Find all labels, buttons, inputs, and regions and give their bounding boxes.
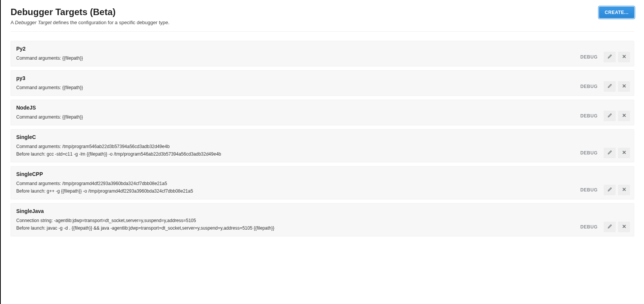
- page-description: A Debugger Target defines the configurat…: [11, 20, 169, 25]
- target-line: Command arguments: {{filepath}}: [16, 85, 629, 90]
- delete-button[interactable]: [618, 52, 630, 62]
- page-title: Debugger Targets (Beta): [11, 7, 169, 17]
- close-icon: [622, 224, 627, 230]
- edit-button[interactable]: [604, 111, 616, 121]
- target-card: NodeJSCommand arguments: {{filepath}}DEB…: [11, 100, 634, 125]
- target-name: Py2: [16, 46, 629, 52]
- target-card: py3Command arguments: {{filepath}}DEBUG: [11, 70, 634, 96]
- delete-button[interactable]: [618, 185, 630, 195]
- target-line: Before launch: javac -g -d . {{filepath}…: [16, 225, 629, 231]
- close-icon: [622, 113, 627, 119]
- edit-button[interactable]: [604, 52, 616, 62]
- target-card: Py2Command arguments: {{filepath}}DEBUG: [11, 41, 634, 66]
- target-line-label: Connection string:: [16, 218, 54, 223]
- target-line-label: Before launch:: [16, 151, 47, 157]
- pencil-icon: [607, 113, 612, 119]
- delete-button[interactable]: [618, 81, 630, 92]
- card-actions: DEBUG: [576, 81, 630, 92]
- create-button[interactable]: CREATE...: [599, 7, 634, 18]
- card-actions: DEBUG: [576, 222, 630, 232]
- target-name: py3: [16, 75, 629, 81]
- target-name: SingleJava: [16, 208, 629, 214]
- target-line: Command arguments: {{filepath}}: [16, 114, 629, 120]
- target-line-label: Command arguments:: [16, 144, 62, 149]
- target-line-value: g++ -g {{filepath}} -o /tmp/programd4df2…: [47, 188, 193, 194]
- close-icon: [622, 150, 627, 156]
- target-card: SingleCCommand arguments: /tmp/program54…: [11, 129, 634, 162]
- target-line-label: Command arguments:: [16, 114, 62, 120]
- delete-button[interactable]: [618, 111, 630, 121]
- target-name: SingleCPP: [16, 171, 629, 177]
- target-line: Before launch: g++ -g {{filepath}} -o /t…: [16, 188, 629, 194]
- target-line-value: gcc -std=c11 -g -lm {{filepath}} -o /tmp…: [47, 151, 221, 157]
- debug-button[interactable]: DEBUG: [576, 52, 601, 62]
- targets-list: Py2Command arguments: {{filepath}}DEBUGp…: [11, 41, 634, 236]
- target-line-value: -agentlib:jdwp=transport=dt_socket,serve…: [54, 218, 196, 223]
- edit-button[interactable]: [604, 148, 616, 158]
- pencil-icon: [607, 83, 612, 90]
- debug-button[interactable]: DEBUG: [576, 222, 601, 232]
- pencil-icon: [607, 54, 612, 60]
- desc-prefix: A: [11, 20, 15, 25]
- desc-suffix: defines the configuration for a specific…: [52, 20, 169, 25]
- edit-button[interactable]: [604, 185, 616, 195]
- target-card: SingleJavaConnection string: -agentlib:j…: [11, 203, 634, 236]
- debug-button[interactable]: DEBUG: [576, 82, 601, 91]
- debug-button[interactable]: DEBUG: [576, 185, 601, 195]
- close-icon: [622, 187, 627, 193]
- debug-button[interactable]: DEBUG: [576, 111, 601, 121]
- debug-button[interactable]: DEBUG: [576, 148, 601, 158]
- target-line-label: Command arguments:: [16, 56, 62, 61]
- target-line: Connection string: -agentlib:jdwp=transp…: [16, 218, 629, 223]
- target-line: Before launch: gcc -std=c11 -g -lm {{fil…: [16, 151, 629, 157]
- target-line-label: Before launch:: [16, 188, 47, 194]
- target-line: Command arguments: {{filepath}}: [16, 56, 629, 61]
- pencil-icon: [607, 224, 612, 230]
- target-line: Command arguments: /tmp/program546ab22d3…: [16, 144, 629, 149]
- target-line-value: javac -g -d . {{filepath}} && java -agen…: [47, 225, 274, 231]
- card-actions: DEBUG: [576, 185, 630, 195]
- target-line: Command arguments: /tmp/programd4df2293a…: [16, 181, 629, 186]
- pencil-icon: [607, 187, 612, 193]
- edit-button[interactable]: [604, 222, 616, 232]
- card-actions: DEBUG: [576, 148, 630, 158]
- target-line-label: Before launch:: [16, 225, 47, 231]
- target-line-value: /tmp/program546ab22d3b57394a56cd3adb32d4…: [62, 144, 169, 149]
- target-line-label: Command arguments:: [16, 181, 62, 186]
- edit-button[interactable]: [604, 81, 616, 92]
- delete-button[interactable]: [618, 148, 630, 158]
- target-name: NodeJS: [16, 105, 629, 111]
- target-line-value: {{filepath}}: [62, 114, 83, 120]
- header-divider: [11, 31, 634, 32]
- target-card: SingleCPPCommand arguments: /tmp/program…: [11, 166, 634, 199]
- card-actions: DEBUG: [576, 52, 630, 62]
- target-line-value: {{filepath}}: [62, 85, 83, 90]
- close-icon: [622, 83, 627, 90]
- target-line-label: Command arguments:: [16, 85, 62, 90]
- desc-term: Debugger Target: [15, 20, 52, 25]
- target-name: SingleC: [16, 134, 629, 140]
- card-actions: DEBUG: [576, 111, 630, 121]
- target-line-value: /tmp/programd4df2293a3960bda324cf7dbb08e…: [62, 181, 167, 186]
- delete-button[interactable]: [618, 222, 630, 232]
- target-line-value: {{filepath}}: [62, 56, 83, 61]
- pencil-icon: [607, 150, 612, 156]
- close-icon: [622, 54, 627, 60]
